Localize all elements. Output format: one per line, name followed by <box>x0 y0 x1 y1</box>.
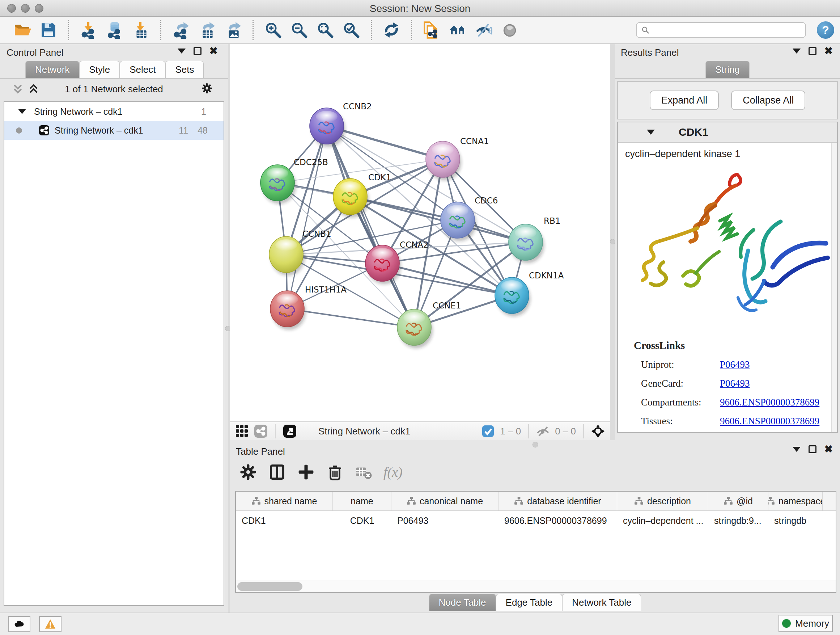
network-options-gear-icon[interactable] <box>201 82 213 96</box>
search-input[interactable] <box>653 25 801 35</box>
welcome-screen-button[interactable] <box>446 19 469 41</box>
column-header-shared-name[interactable]: shared name <box>236 492 333 510</box>
panel-close-icon[interactable]: ✖ <box>824 445 833 453</box>
show-details-button[interactable] <box>498 19 521 41</box>
entry-collapse-icon[interactable] <box>647 130 655 135</box>
node-CCNA2[interactable]: CCNA2 <box>365 240 429 284</box>
fit-selected-crosshair-icon[interactable] <box>591 424 605 438</box>
birds-eye-grid-icon[interactable] <box>235 424 249 438</box>
crosslink-link[interactable]: 9606.ENSP00000378699 <box>720 416 819 427</box>
cell-description[interactable]: cyclin–dependent ... <box>617 516 708 526</box>
tab-sets[interactable]: Sets <box>165 61 204 78</box>
cell-database-identifier[interactable]: 9606.ENSP00000378699 <box>499 516 617 526</box>
panel-float-icon[interactable] <box>194 47 202 55</box>
panel-float-icon[interactable] <box>808 47 816 55</box>
table-row[interactable]: CDK1CDK1P064939606.ENSP00000378699cyclin… <box>236 511 836 530</box>
panel-menu-icon[interactable] <box>793 49 801 54</box>
zoom-in-button[interactable] <box>262 19 285 41</box>
export-image-button[interactable] <box>221 19 245 41</box>
search-box[interactable] <box>636 22 806 38</box>
save-session-button[interactable] <box>37 19 60 41</box>
hidden-items-eye-icon[interactable] <box>536 424 550 438</box>
node-RB1[interactable]: RB1 <box>508 216 561 263</box>
network-from-document-button[interactable] <box>420 19 443 41</box>
cell-name[interactable]: CDK1 <box>333 516 392 526</box>
column-header-description[interactable]: description <box>617 492 708 510</box>
crosslink-link[interactable]: 9606.ENSP00000378699 <box>720 397 819 408</box>
show-columns-icon[interactable] <box>268 463 286 481</box>
table-horizontal-scrollbar[interactable] <box>236 580 836 592</box>
right-splitter-grip[interactable] <box>610 239 615 244</box>
apply-layout-button[interactable] <box>380 19 403 41</box>
function-builder-icon[interactable]: f(x) <box>384 464 403 480</box>
panel-float-icon[interactable] <box>808 445 816 453</box>
zoom-out-button[interactable] <box>287 19 311 41</box>
column-header-canonical-name[interactable]: canonical name <box>392 492 499 510</box>
open-session-button[interactable] <box>11 19 34 41</box>
zoom-selected-button[interactable] <box>340 19 363 41</box>
export-network-button[interactable] <box>169 19 193 41</box>
cell-@id[interactable]: stringdb:9... <box>708 516 768 526</box>
node-CCNB2[interactable]: CCNB2 <box>309 102 372 147</box>
cell-shared-name[interactable]: CDK1 <box>236 516 333 526</box>
tab-edge-table[interactable]: Edge Table <box>496 594 562 611</box>
expand-all-button[interactable]: Expand All <box>650 90 719 110</box>
crosslink-link[interactable]: P06493 <box>720 378 750 389</box>
import-network-button[interactable] <box>77 19 100 41</box>
table-options-gear-icon[interactable] <box>239 463 257 481</box>
panel-close-icon[interactable]: ✖ <box>210 47 218 55</box>
left-splitter-grip[interactable] <box>225 326 231 331</box>
column-header-name[interactable]: name <box>333 492 392 510</box>
edge-CCNB2-HIST1H1A[interactable] <box>287 126 327 309</box>
zoom-fit-button[interactable] <box>314 19 337 41</box>
tree-expand-icon[interactable] <box>18 109 26 114</box>
tab-string[interactable]: String <box>706 61 750 78</box>
tab-network[interactable]: Network <box>25 61 79 78</box>
memory-button[interactable]: Memory <box>778 615 833 632</box>
entry-scrollbar[interactable] <box>831 143 837 432</box>
network-row[interactable]: String Network – cdk1 11 48 <box>4 121 224 140</box>
gene-entry-header[interactable]: CDK1 <box>618 122 837 143</box>
tab-style[interactable]: Style <box>79 61 120 78</box>
cloud-button[interactable] <box>8 616 30 632</box>
import-table-button[interactable] <box>129 19 152 41</box>
delete-table-icon[interactable] <box>355 463 373 481</box>
collapse-all-icon[interactable] <box>12 84 23 95</box>
export-view-icon[interactable] <box>283 424 297 438</box>
import-database-button[interactable] <box>103 19 126 41</box>
cell-namespace[interactable]: stringdb <box>768 516 823 526</box>
node-CCNA1[interactable]: CCNA1 <box>426 136 489 180</box>
collapse-all-button[interactable]: Collapse All <box>731 90 805 110</box>
network-canvas[interactable]: CCNB2CCNA1CDC25BCDK1CDC6RB1CCNB1CCNA2CDK… <box>230 44 610 421</box>
edge-CCNB2-CCNE1[interactable] <box>327 126 414 327</box>
network-overview-icon[interactable] <box>254 424 268 438</box>
export-table-button[interactable] <box>195 19 218 41</box>
panel-close-icon[interactable]: ✖ <box>824 47 833 55</box>
node-CDC6[interactable]: CDC6 <box>441 196 498 241</box>
tab-network-table[interactable]: Network Table <box>562 594 641 611</box>
network-collection-row[interactable]: String Network – cdk1 1 <box>4 102 224 121</box>
selected-checkbox-icon[interactable] <box>481 424 495 438</box>
horizontal-splitter-grip[interactable] <box>532 442 538 448</box>
warnings-button[interactable] <box>39 616 62 632</box>
hide-details-button[interactable] <box>472 19 495 41</box>
column-header-database-identifier[interactable]: database identifier <box>499 492 617 510</box>
delete-column-icon[interactable] <box>325 463 344 481</box>
crosslink-link[interactable]: P06493 <box>720 359 750 371</box>
scrollbar-thumb[interactable] <box>237 582 302 591</box>
help-button[interactable]: ? <box>817 21 834 39</box>
expand-all-icon[interactable] <box>28 84 39 95</box>
edge-HIST1H1A-CCNE1[interactable] <box>287 309 414 327</box>
panel-menu-icon[interactable] <box>178 49 186 54</box>
node-CCNE1[interactable]: CCNE1 <box>397 301 461 348</box>
tab-node-table[interactable]: Node Table <box>429 594 496 611</box>
node-CDKN1A[interactable]: CDKN1A <box>495 271 564 317</box>
add-column-icon[interactable] <box>297 463 316 481</box>
tab-select[interactable]: Select <box>120 61 165 78</box>
column-header-@id[interactable]: @id <box>708 492 768 510</box>
node-HIST1H1A[interactable]: HIST1H1A <box>270 285 347 330</box>
column-header-namespace[interactable]: namespace <box>768 492 823 510</box>
panel-menu-icon[interactable] <box>793 447 801 452</box>
edge-CDK1-RB1[interactable] <box>350 196 526 242</box>
cell-canonical-name[interactable]: P06493 <box>392 516 499 526</box>
